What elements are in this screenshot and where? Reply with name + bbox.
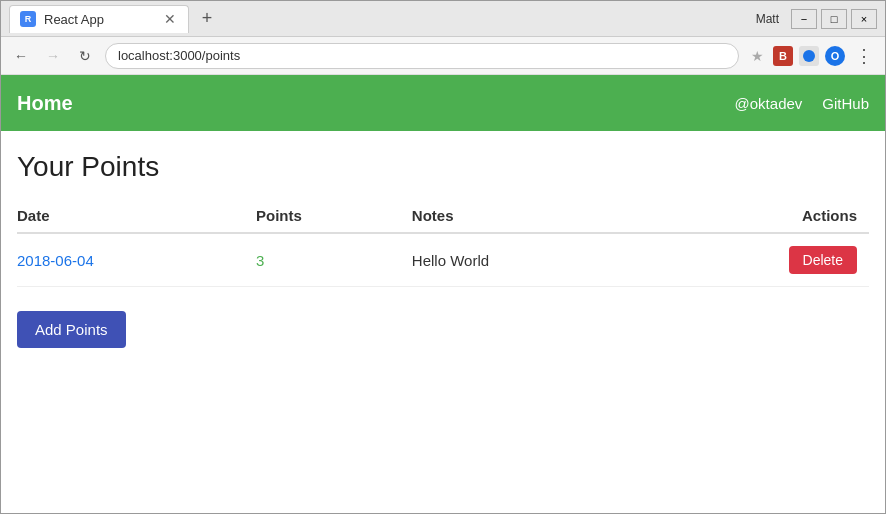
add-points-button[interactable]: Add Points	[17, 311, 126, 348]
page-title: Your Points	[17, 151, 869, 183]
tab-close-button[interactable]: ✕	[162, 11, 178, 27]
address-bar: ← → ↻ ★ B O ⋮	[1, 37, 885, 75]
points-table: Date Points Notes Actions 2018-06-04 3	[17, 199, 869, 287]
cell-actions: Delete	[652, 233, 869, 287]
address-input[interactable]	[105, 43, 739, 69]
col-header-date: Date	[17, 199, 256, 233]
col-header-points: Points	[256, 199, 412, 233]
window-controls: Matt − □ ×	[756, 1, 877, 36]
extension-icon-2[interactable]	[799, 46, 819, 66]
browser-tab[interactable]: R React App ✕	[9, 5, 189, 33]
maximize-button[interactable]: □	[821, 9, 847, 29]
navbar-brand[interactable]: Home	[17, 92, 73, 115]
points-value: 3	[256, 252, 264, 269]
date-link[interactable]: 2018-06-04	[17, 252, 94, 269]
bookmark-icon[interactable]: ★	[747, 46, 767, 66]
toolbar-icons: ★ B O ⋮	[747, 45, 877, 67]
window-user-label: Matt	[756, 12, 779, 26]
navbar: Home @oktadev GitHub	[1, 75, 885, 131]
table-header: Date Points Notes Actions	[17, 199, 869, 233]
table-header-row: Date Points Notes Actions	[17, 199, 869, 233]
col-header-actions: Actions	[652, 199, 869, 233]
title-bar: R React App ✕ + Matt − □ ×	[1, 1, 885, 37]
svg-point-0	[803, 50, 815, 62]
table-row: 2018-06-04 3 Hello World Delete	[17, 233, 869, 287]
delete-button[interactable]: Delete	[789, 246, 857, 274]
forward-button[interactable]: →	[41, 44, 65, 68]
tab-title: React App	[44, 12, 154, 27]
table-body: 2018-06-04 3 Hello World Delete	[17, 233, 869, 287]
browser-window: R React App ✕ + Matt − □ × ← → ↻ ★ B O ⋮	[0, 0, 886, 514]
extension-icon-3[interactable]: O	[825, 46, 845, 66]
cell-notes: Hello World	[412, 233, 652, 287]
extension-icon-1[interactable]: B	[773, 46, 793, 66]
navbar-link-github[interactable]: GitHub	[822, 95, 869, 112]
cell-date: 2018-06-04	[17, 233, 256, 287]
browser-menu-button[interactable]: ⋮	[851, 45, 877, 67]
cell-points: 3	[256, 233, 412, 287]
col-header-notes: Notes	[412, 199, 652, 233]
back-button[interactable]: ←	[9, 44, 33, 68]
tab-favicon: R	[20, 11, 36, 27]
navbar-link-oktadev[interactable]: @oktadev	[735, 95, 803, 112]
new-tab-button[interactable]: +	[193, 5, 221, 33]
app-content: Home @oktadev GitHub Your Points Date Po…	[1, 75, 885, 513]
refresh-button[interactable]: ↻	[73, 44, 97, 68]
minimize-button[interactable]: −	[791, 9, 817, 29]
favicon-letter: R	[25, 14, 32, 24]
navbar-links: @oktadev GitHub	[735, 95, 869, 112]
close-button[interactable]: ×	[851, 9, 877, 29]
main-content: Your Points Date Points Notes Actions 20…	[1, 131, 885, 368]
